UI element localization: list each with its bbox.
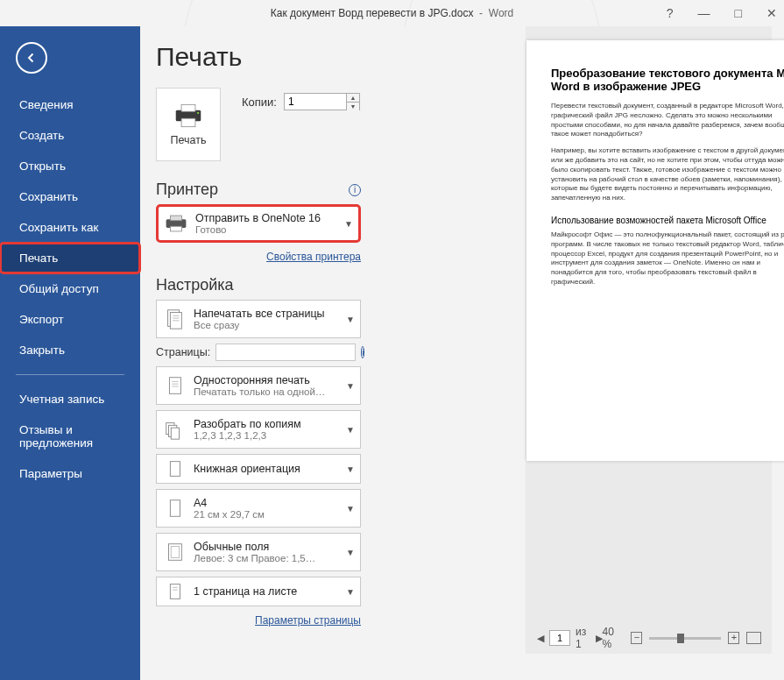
copies-label: Копии:	[242, 96, 277, 109]
prev-page-button[interactable]: ◀	[537, 633, 544, 644]
backstage-sidebar: Сведения Создать Открыть Сохранить Сохра…	[0, 26, 140, 680]
collate-icon	[162, 418, 187, 441]
setting-collate[interactable]: Разобрать по копиям 1,2,3 1,2,3 1,2,3 ▼	[156, 410, 361, 449]
printer-info-icon[interactable]: i	[349, 184, 361, 196]
zoom-fit-button[interactable]	[746, 632, 761, 644]
margins-icon	[162, 541, 187, 563]
paper-icon	[162, 497, 187, 520]
title-bar: Как документ Ворд перевести в JPG.docx -…	[0, 0, 784, 26]
pages-label: Страницы:	[156, 346, 210, 358]
per-page-icon	[162, 580, 187, 603]
zoom-in-button[interactable]: +	[728, 632, 739, 644]
chevron-down-icon: ▼	[343, 315, 355, 324]
app-name: Word	[489, 7, 513, 19]
svg-rect-5	[171, 216, 182, 221]
printer-status: Готово	[195, 224, 334, 235]
setting-perpage[interactable]: 1 страница на листе ▼	[156, 577, 361, 606]
document-title: Как документ Ворд перевести в JPG.docx	[271, 7, 474, 19]
zoom-slider[interactable]	[649, 637, 721, 640]
svg-rect-1	[181, 104, 195, 111]
sidebar-item-feedback[interactable]: Отзывы и предложения	[0, 414, 140, 458]
svg-rect-20	[170, 500, 180, 517]
doc-p2: Например, вы хотите вставить изображение…	[551, 146, 784, 203]
one-side-icon	[162, 374, 187, 397]
next-page-button[interactable]: ▶	[596, 633, 603, 644]
sidebar-separator	[16, 374, 124, 375]
doc-p3: Майкрософт Офис — это полнофункциональны…	[551, 230, 784, 287]
page-total: из 1	[576, 626, 590, 650]
portrait-icon	[162, 457, 187, 480]
chevron-down-icon: ▼	[343, 548, 355, 557]
preview-page: Преобразование текстового документа MS W…	[526, 40, 784, 461]
sidebar-item-open[interactable]: Открыть	[0, 151, 140, 181]
chevron-down-icon: ▼	[343, 381, 355, 391]
svg-rect-2	[181, 118, 195, 127]
sidebar-item-export[interactable]: Экспорт	[0, 304, 140, 335]
pages-icon	[162, 308, 187, 330]
preview-footer: ◀ из 1 ▶ 40 % − +	[526, 626, 772, 650]
chevron-down-icon: ▼	[343, 504, 355, 514]
chevron-down-icon: ▼	[343, 425, 355, 435]
page-number-input[interactable]	[549, 630, 570, 646]
chevron-down-icon: ▼	[343, 587, 355, 597]
sidebar-item-saveas[interactable]: Сохранить как	[0, 212, 140, 243]
chevron-down-icon: ▼	[341, 219, 353, 229]
setting-paper[interactable]: A4 21 см x 29,7 см ▼	[156, 489, 361, 528]
sidebar-item-save[interactable]: Сохранить	[0, 181, 140, 212]
print-panel: Печать Печать Копии: ▲▼ Принтер	[140, 26, 784, 680]
printer-icon	[172, 103, 205, 129]
print-button[interactable]: Печать	[156, 88, 221, 161]
settings-section-title: Настройка	[156, 276, 234, 294]
copies-input[interactable]	[284, 93, 347, 110]
svg-rect-6	[171, 226, 182, 231]
sidebar-item-account[interactable]: Учетная запись	[0, 384, 140, 414]
printer-section-title: Принтер	[156, 181, 218, 199]
svg-rect-19	[170, 462, 180, 477]
pages-info-icon[interactable]: i	[361, 346, 364, 358]
pages-input[interactable]	[215, 344, 356, 361]
print-button-label: Печать	[171, 134, 207, 146]
svg-rect-23	[170, 584, 180, 599]
sidebar-item-info[interactable]: Сведения	[0, 89, 140, 120]
printer-selector[interactable]: Отправить в OneNote 16 Готово ▼	[156, 204, 361, 243]
printer-name: Отправить в OneNote 16	[195, 212, 334, 224]
setting-margins[interactable]: Обычные поля Левое: 3 см Правое: 1,5… ▼	[156, 533, 361, 571]
print-preview: Преобразование текстового документа MS W…	[526, 26, 772, 654]
close-button[interactable]: ✕	[766, 6, 777, 20]
minimize-button[interactable]: —	[698, 6, 710, 20]
copies-spinner[interactable]: ▲▼	[347, 93, 360, 110]
maximize-button[interactable]: □	[735, 6, 742, 20]
doc-heading: Преобразование текстового документа MS W…	[551, 67, 784, 93]
sidebar-item-options[interactable]: Параметры	[0, 458, 140, 489]
sidebar-item-new[interactable]: Создать	[0, 120, 140, 151]
svg-rect-18	[171, 428, 179, 439]
zoom-level: 40 %	[603, 626, 625, 650]
setting-sides[interactable]: Односторонняя печать Печатать только на …	[156, 366, 361, 405]
back-button[interactable]	[16, 42, 47, 74]
svg-point-3	[197, 112, 199, 114]
chevron-down-icon: ▼	[343, 464, 355, 474]
page-setup-link[interactable]: Параметры страницы	[255, 614, 361, 627]
setting-allpages[interactable]: Напечатать все страницы Все сразу ▼	[156, 300, 361, 338]
sidebar-item-share[interactable]: Общий доступ	[0, 273, 140, 304]
zoom-out-button[interactable]: −	[631, 632, 642, 644]
printer-properties-link[interactable]: Свойства принтера	[266, 251, 361, 263]
printer-device-icon	[164, 212, 188, 235]
svg-rect-12	[169, 378, 180, 394]
help-button[interactable]: ?	[667, 6, 674, 20]
doc-h3: Использование возможностей пакета Micros…	[551, 216, 784, 225]
sidebar-item-close[interactable]: Закрыть	[0, 335, 140, 365]
setting-orientation[interactable]: Книжная ориентация ▼	[156, 454, 361, 484]
doc-p1: Перевести текстовый документ, созданный …	[551, 102, 784, 139]
sidebar-item-print[interactable]: Печать	[0, 243, 140, 273]
arrow-left-icon	[24, 50, 39, 66]
